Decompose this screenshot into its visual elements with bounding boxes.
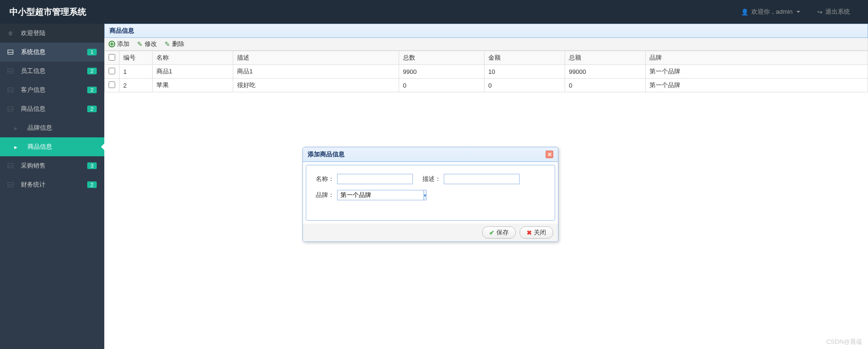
watermark: CSDN@晨蕴	[826, 338, 862, 346]
table-row[interactable]: 2苹果很好吃000第一个品牌	[105, 79, 868, 92]
close-label: 关闭	[534, 228, 546, 237]
pencil-icon: ✎	[164, 40, 170, 48]
brand-value[interactable]	[337, 190, 423, 200]
header-right: 👤 欢迎你，admin ↪ 退出系统	[732, 0, 859, 24]
chevron-down-icon[interactable]: ▾	[423, 190, 427, 200]
col-sumtotal: 总额	[565, 51, 646, 65]
sidebar: 欢迎登陆 系统信息 1 员工信息 2 客户信息 2 商品信息 2 ▸ 品牌信息 …	[0, 24, 104, 349]
desc-input[interactable]	[444, 174, 520, 184]
x-icon: ✖	[527, 229, 532, 236]
brand-select[interactable]: ▾	[337, 190, 413, 200]
col-brand: 品牌	[646, 51, 868, 65]
cell-total: 0	[399, 79, 484, 92]
save-button[interactable]: ✔ 保存	[482, 226, 516, 239]
sidebar-home[interactable]: 欢迎登陆	[0, 24, 104, 43]
cell-name: 苹果	[153, 79, 233, 92]
sidebar-label: 财务统计	[21, 180, 87, 189]
col-id: 编号	[119, 51, 153, 65]
sidebar-label: 商品信息	[21, 105, 87, 113]
close-icon[interactable]: ✕	[546, 151, 553, 158]
sidebar-item-system[interactable]: 系统信息 1	[0, 43, 104, 62]
sidebar-item-purchase[interactable]: 采购销售 3	[0, 156, 104, 175]
cell-sumtotal: 0	[565, 79, 646, 92]
app-title: 中小型超市管理系统	[9, 6, 732, 18]
grid-icon	[8, 87, 15, 94]
close-button[interactable]: ✖ 关闭	[520, 226, 553, 239]
sidebar-sub-brand[interactable]: ▸ 品牌信息	[0, 118, 104, 137]
delete-label: 删除	[172, 40, 184, 48]
sidebar-home-label: 欢迎登陆	[21, 29, 97, 37]
caret-right-icon: ▸	[14, 143, 22, 151]
sidebar-sub-product[interactable]: ▸ 商品信息	[0, 137, 104, 156]
dialog-titlebar[interactable]: 添加商品信息 ✕	[303, 147, 558, 162]
cell-id: 2	[119, 79, 153, 92]
col-total: 总数	[399, 51, 484, 65]
home-icon	[8, 30, 15, 37]
col-name: 名称	[153, 51, 233, 65]
logout-button[interactable]: ↪ 退出系统	[809, 0, 859, 24]
plus-icon	[109, 41, 115, 47]
product-table: 编号 名称 描述 总数 金额 总额 品牌 1商品1商品199001099000第…	[104, 51, 868, 92]
user-menu[interactable]: 👤 欢迎你，admin	[732, 0, 809, 24]
badge: 2	[87, 181, 97, 188]
table-header-row: 编号 名称 描述 总数 金额 总额 品牌	[105, 51, 868, 65]
grid-icon	[8, 49, 15, 56]
cell-total: 9900	[399, 65, 484, 79]
sidebar-item-customer[interactable]: 客户信息 2	[0, 81, 104, 99]
dialog-footer: ✔ 保存 ✖ 关闭	[303, 224, 558, 242]
col-amount: 金额	[484, 51, 565, 65]
edit-label: 修改	[145, 40, 157, 48]
grid-icon	[8, 106, 15, 113]
col-desc: 描述	[233, 51, 399, 65]
select-all-checkbox[interactable]	[109, 54, 115, 61]
welcome-text: 欢迎你，admin	[751, 8, 793, 16]
badge: 3	[87, 162, 97, 169]
badge: 2	[87, 68, 97, 74]
grid-icon	[8, 181, 15, 188]
logout-icon: ↪	[817, 9, 822, 16]
chevron-down-icon	[796, 11, 800, 13]
cell-name: 商品1	[153, 65, 233, 79]
row-checkbox[interactable]	[109, 68, 115, 74]
delete-button[interactable]: ✎ 删除	[164, 40, 184, 48]
badge: 2	[87, 87, 97, 93]
sidebar-label: 系统信息	[21, 48, 87, 56]
cell-desc: 很好吃	[233, 79, 399, 92]
top-header: 中小型超市管理系统 👤 欢迎你，admin ↪ 退出系统	[0, 0, 868, 24]
sidebar-label: 员工信息	[21, 67, 87, 75]
check-icon: ✔	[489, 229, 494, 236]
cell-brand: 第一个品牌	[646, 65, 868, 79]
sidebar-item-finance[interactable]: 财务统计 2	[0, 175, 104, 194]
logout-text: 退出系统	[825, 8, 850, 16]
cell-sumtotal: 99000	[565, 65, 646, 79]
sidebar-label: 采购销售	[21, 161, 87, 170]
badge: 2	[87, 106, 97, 112]
name-label: 名称：	[316, 175, 334, 183]
add-button[interactable]: 添加	[109, 40, 129, 48]
sidebar-item-product[interactable]: 商品信息 2	[0, 99, 104, 118]
panel-title: 商品信息	[104, 24, 868, 38]
select-all-cell	[105, 51, 119, 65]
add-product-dialog: 添加商品信息 ✕ 名称： 描述： 品牌： ▾	[302, 147, 558, 242]
cell-id: 1	[119, 65, 153, 79]
add-label: 添加	[117, 40, 129, 48]
dialog-title-text: 添加商品信息	[308, 150, 546, 159]
desc-label: 描述：	[422, 175, 441, 183]
table-row[interactable]: 1商品1商品199001099000第一个品牌	[105, 65, 868, 79]
grid-icon	[8, 68, 15, 75]
sidebar-label: 客户信息	[21, 86, 87, 94]
brand-label: 品牌：	[316, 191, 334, 199]
cell-desc: 商品1	[233, 65, 399, 79]
user-icon: 👤	[741, 9, 749, 16]
sidebar-item-employee[interactable]: 员工信息 2	[0, 62, 104, 81]
pencil-icon: ✎	[137, 40, 143, 48]
name-input[interactable]	[337, 174, 413, 184]
caret-right-icon: ▸	[14, 125, 22, 132]
grid-icon	[8, 162, 15, 170]
edit-button[interactable]: ✎ 修改	[137, 40, 157, 48]
toolbar: 添加 ✎ 修改 ✎ 删除	[104, 38, 868, 51]
badge: 1	[87, 49, 97, 55]
cell-amount: 0	[484, 79, 565, 92]
row-checkbox[interactable]	[109, 81, 115, 88]
dialog-body: 名称： 描述： 品牌： ▾	[306, 165, 555, 221]
